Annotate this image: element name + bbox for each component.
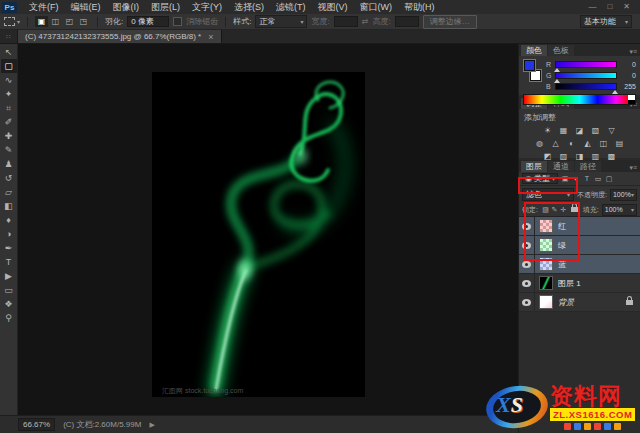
document-image[interactable]: 汇图网 stock.tuchong.com (152, 72, 365, 397)
layer-filter-icon[interactable]: T (582, 174, 592, 183)
tool-button[interactable]: ▢ (1, 59, 17, 73)
lock-option-icon[interactable]: ▨ (541, 205, 550, 214)
tool-button[interactable]: ⚲ (1, 311, 17, 325)
layer-filter-type-select[interactable]: ◉ 类型 ▾ (522, 173, 558, 184)
foreground-color-swatch[interactable] (524, 60, 535, 71)
adjustment-icon[interactable]: ◫ (598, 138, 610, 149)
tool-button[interactable]: ↖ (1, 45, 17, 59)
menu-item[interactable]: 编辑(E) (65, 1, 107, 14)
layer-filter-icon[interactable]: ▭ (593, 174, 603, 183)
tool-button[interactable]: ✐ (1, 115, 17, 129)
menu-item[interactable]: 滤镜(T) (270, 1, 312, 14)
adjustment-icon[interactable]: ▦ (558, 125, 570, 136)
menu-item[interactable]: 文字(Y) (186, 1, 228, 14)
blend-mode-select[interactable]: 滤色 ▾ (522, 188, 574, 201)
tool-button[interactable]: ✎ (1, 143, 17, 157)
tool-button[interactable]: ∿ (1, 73, 17, 87)
panel-menu-icon[interactable]: ▾≡ (629, 48, 640, 56)
adjustment-icon[interactable]: ◪ (574, 125, 586, 136)
layer-name[interactable]: 背景 (558, 297, 574, 308)
adjustment-icon[interactable]: ◍ (534, 138, 546, 149)
menu-item[interactable]: 窗口(W) (354, 1, 399, 14)
panel-menu-icon[interactable]: ▾≡ (629, 164, 640, 172)
layer-row[interactable]: 蓝 (519, 255, 640, 274)
eye-cell[interactable] (519, 255, 535, 273)
selection-mode-icon[interactable]: ◰ (63, 16, 76, 27)
tab-swatches[interactable]: 色板 (548, 45, 574, 56)
layer-row[interactable]: 绿 (519, 236, 640, 255)
fill-input[interactable]: 100% ▾ (602, 204, 637, 216)
tool-button[interactable]: T (1, 255, 17, 269)
layer-filter-icon[interactable]: ◐ (571, 174, 581, 183)
style-select[interactable]: 正常 ▾ (255, 15, 307, 28)
tab-paths[interactable]: 路径 (575, 161, 601, 172)
tool-button[interactable]: ↺ (1, 171, 17, 185)
tab-channels[interactable]: 通道 (548, 161, 574, 172)
blue-slider[interactable] (555, 83, 617, 90)
white-black-swatch[interactable] (628, 95, 635, 104)
tool-button[interactable]: ◧ (1, 199, 17, 213)
menu-item[interactable]: 视图(V) (312, 1, 354, 14)
document-tab[interactable]: (C) 473731242132373555.jpg @ 66.7%(RGB/8… (18, 30, 222, 43)
layer-row[interactable]: 红 (519, 217, 640, 236)
tool-button[interactable]: ▭ (1, 283, 17, 297)
adjustment-icon[interactable]: ◭ (582, 138, 594, 149)
adjustment-icon[interactable]: ▽ (606, 125, 618, 136)
tool-button[interactable]: ♦ (1, 213, 17, 227)
eye-cell[interactable] (519, 217, 535, 235)
tool-button[interactable]: ◑ (1, 227, 17, 241)
selection-mode-icon[interactable]: ▣ (35, 16, 48, 27)
adjustment-icon[interactable]: △ (550, 138, 562, 149)
adjustment-icon[interactable]: ▧ (590, 125, 602, 136)
layer-thumbnail[interactable] (539, 219, 553, 233)
zoom-level-input[interactable]: 66.67% (18, 418, 55, 431)
green-slider[interactable] (555, 72, 617, 79)
tool-button[interactable]: ▶ (1, 269, 17, 283)
width-input[interactable] (334, 16, 358, 27)
red-slider[interactable] (555, 61, 617, 68)
eye-cell[interactable] (519, 293, 535, 311)
background-color-swatch[interactable] (530, 70, 541, 81)
swap-dimensions-icon[interactable]: ⇄ (362, 17, 369, 26)
minimize-icon[interactable]: — (588, 2, 596, 12)
layer-row[interactable]: 背景 (519, 293, 640, 312)
tool-button[interactable]: ▱ (1, 185, 17, 199)
height-input[interactable] (395, 16, 419, 27)
color-spectrum-ramp[interactable] (523, 94, 636, 105)
layer-name[interactable]: 图层 1 (558, 278, 581, 289)
lock-all-icon[interactable] (571, 207, 578, 212)
layer-filter-icon[interactable]: ▢ (604, 174, 614, 183)
layer-thumbnail[interactable] (539, 276, 553, 290)
selection-mode-icon[interactable]: ◫ (49, 16, 62, 27)
eye-cell[interactable] (519, 236, 535, 254)
green-value[interactable]: 0 (620, 72, 636, 79)
layer-name[interactable]: 蓝 (558, 259, 566, 270)
adjustment-icon[interactable]: ☀ (542, 125, 554, 136)
red-value[interactable]: 0 (620, 61, 636, 68)
opacity-input[interactable]: 100% ▾ (610, 189, 637, 201)
layer-thumbnail[interactable] (539, 257, 553, 271)
lock-option-icon[interactable]: ✛ (559, 205, 568, 214)
tool-preset-picker[interactable]: ▾ (4, 17, 20, 26)
selection-mode-icon[interactable]: ◳ (77, 16, 90, 27)
menu-item[interactable]: 帮助(H) (398, 1, 441, 14)
blue-value[interactable]: 255 (620, 83, 636, 90)
antialias-checkbox[interactable] (173, 17, 182, 26)
status-options-arrow-icon[interactable]: ▶ (149, 421, 154, 429)
tab-color[interactable]: 颜色 (521, 45, 547, 56)
layer-filter-icon[interactable]: ▣ (560, 174, 570, 183)
layer-thumbnail[interactable] (539, 295, 553, 309)
refine-edge-button[interactable]: 调整边缘… (423, 15, 477, 29)
canvas-area[interactable]: 汇图网 stock.tuchong.com (18, 44, 518, 415)
layer-thumbnail[interactable] (539, 238, 553, 252)
tab-layers[interactable]: 图层 (521, 161, 547, 172)
eye-cell[interactable] (519, 274, 535, 292)
adjustment-icon[interactable]: ▤ (614, 138, 626, 149)
adjustment-icon[interactable]: ◐ (566, 138, 578, 149)
panel-collapse-icon[interactable]: ∷ (0, 30, 18, 43)
menu-item[interactable]: 图层(L) (145, 1, 186, 14)
menu-item[interactable]: 图像(I) (107, 1, 146, 14)
layer-name[interactable]: 红 (558, 221, 566, 232)
tool-button[interactable]: ❖ (1, 297, 17, 311)
feather-input[interactable]: 0 像素 (127, 16, 169, 27)
